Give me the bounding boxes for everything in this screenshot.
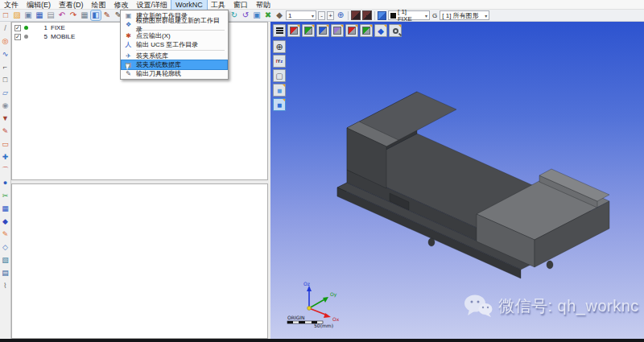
arc-tool-icon[interactable]: ⌒ xyxy=(1,163,10,176)
print-icon[interactable]: ▤ xyxy=(46,10,56,20)
menu-item-point-cloud-output[interactable]: ✱点云输出(X) xyxy=(122,31,227,40)
menu-item-create-workdir-from-layers[interactable]: ❖根据图层群组建立新的工作目录 xyxy=(122,20,227,29)
scale-label: 50(mm) xyxy=(314,323,333,328)
menu-settings-detail[interactable]: 设置/详细 xyxy=(133,0,172,10)
menu-edit[interactable]: 编辑(E) xyxy=(23,0,55,10)
snapshot-icon[interactable]: ▣ xyxy=(252,10,262,20)
plane-tool-icon[interactable]: ▱ xyxy=(1,86,10,99)
origin-axis-triad: Oz Oy Ox ORIGIN 50(mm) xyxy=(282,278,362,329)
toolbar-separator xyxy=(374,11,375,20)
zoom-plus-button[interactable]: + xyxy=(327,11,334,20)
polyline-tool-icon[interactable]: ⌐ xyxy=(1,60,10,73)
move-tool-icon[interactable]: ✚ xyxy=(1,150,10,163)
ucs-icon: 人 xyxy=(123,40,134,49)
axis-z-label: Oz xyxy=(303,281,310,286)
wrench-tool-icon[interactable]: ⌇ xyxy=(1,279,10,292)
solid-cube-icon[interactable] xyxy=(378,11,386,20)
view-number-combo[interactable]: 1▾ xyxy=(286,10,316,20)
status-dot xyxy=(24,35,28,39)
rectangle-tool-icon[interactable]: □ xyxy=(1,73,10,86)
grid-icon[interactable]: ▦ xyxy=(80,10,89,20)
sphere-tool-icon[interactable]: ● xyxy=(1,176,10,189)
brush-tool-icon[interactable]: ✎ xyxy=(1,125,10,138)
combo-arrow-icon: ▾ xyxy=(423,13,427,19)
zoom-minus-button[interactable]: - xyxy=(318,11,325,20)
trim-tool-icon[interactable]: ✂ xyxy=(1,189,10,202)
clamp-library-icon: ✈ xyxy=(123,52,134,60)
tree-row-count: 1 xyxy=(39,24,47,31)
visibility-checkbox[interactable]: ✓ xyxy=(14,25,21,31)
pen-tool-icon[interactable]: ✎ xyxy=(1,228,10,241)
stamp-tool-icon[interactable]: ▼ xyxy=(1,112,10,125)
g-label: G xyxy=(432,12,437,19)
menu-item-output-tool-contour[interactable]: ✎输出刀具轮廓线 xyxy=(122,69,227,78)
viewport-3d[interactable]: ◆ ⊕IYz▢■■ xyxy=(270,22,644,339)
drawing-tool-strip: /◎∿⌐□▱◉▼✎▭✚⌒●✂▦◆✎◇▧▤⌇ xyxy=(0,22,11,339)
menu-item-clamp-system-database[interactable]: ▤装夹系统数据库 xyxy=(122,60,227,69)
axis-x-label: Ox xyxy=(332,316,340,322)
menu-help[interactable]: 帮助 xyxy=(252,0,275,10)
cube-tool-icon[interactable]: ▧ xyxy=(1,253,10,266)
database-tool-icon[interactable]: ▤ xyxy=(1,266,10,279)
save-image-icon[interactable]: ▣ xyxy=(23,10,33,20)
line-tool-icon[interactable]: / xyxy=(1,22,10,35)
surface-tool-icon[interactable]: ◉ xyxy=(1,99,10,112)
texture-view-icon[interactable] xyxy=(351,10,361,20)
redo-icon[interactable]: ↷ xyxy=(68,10,78,20)
wechat-icon xyxy=(464,294,493,318)
tool-contour-icon: ✎ xyxy=(123,70,134,77)
axis-y-label: Oy xyxy=(330,291,337,298)
window-layout-icon[interactable]: ◧ xyxy=(91,10,101,20)
texture-edit-icon[interactable] xyxy=(362,10,372,20)
diamond-tool-icon[interactable]: ◆ xyxy=(1,215,10,228)
worknc-application-window: 文件编辑(E)查看(D)绘图修改设置/详细WorkNC工具窗口帮助 □▨▣▦▤↶… xyxy=(0,0,644,342)
layer-group-icon: ❖ xyxy=(123,21,134,28)
point-cloud-icon: ✱ xyxy=(123,32,134,39)
grid-snap-tool-icon[interactable]: ▦ xyxy=(1,202,10,215)
menu-tools[interactable]: 工具 xyxy=(207,0,229,10)
menu-item-clamp-system-library[interactable]: ✈装夹系统库 xyxy=(122,52,227,60)
open-folder-icon[interactable]: ▨ xyxy=(12,10,22,20)
observer-icon[interactable]: ◆ xyxy=(275,10,284,20)
save-icon[interactable]: ▦ xyxy=(35,10,44,20)
new-workdir-icon: ▣ xyxy=(123,12,134,19)
menu-item-label: 输出刀具轮廓线 xyxy=(136,69,181,78)
bottom-black-bar xyxy=(0,339,644,342)
fixe-entity-combo[interactable]: [ 1] FIXE▾ xyxy=(388,10,430,20)
menu-view[interactable]: 查看(D) xyxy=(55,0,88,10)
menu-worknc[interactable]: WorkNC xyxy=(171,0,207,10)
delete-mesh-icon[interactable]: ✖ xyxy=(263,10,273,20)
menu-window[interactable]: 窗口 xyxy=(229,0,252,10)
black-swatch-icon xyxy=(390,13,396,19)
combo-arrow-icon: ▾ xyxy=(309,13,314,19)
circle-tool-icon[interactable]: ◎ xyxy=(1,35,10,47)
fixe-combo-value: [ 1] FIXE xyxy=(398,8,423,23)
menu-item-output-ucs[interactable]: 人输出 UCS 至工作目录 xyxy=(122,40,227,49)
menu-item-label: 点云输出(X) xyxy=(136,31,171,40)
menu-draw[interactable]: 绘图 xyxy=(88,0,110,10)
watermark-text: 微信号: qh_worknc xyxy=(498,295,639,317)
orbit-cw-icon[interactable]: ↻ xyxy=(229,10,239,20)
worknc-dropdown-menu: ▣建立新的工作目录❖根据图层群组建立新的工作目录✱点云输出(X)人输出 UCS … xyxy=(120,10,229,80)
drop-tool-icon[interactable]: ◇ xyxy=(1,241,10,253)
eraser-tool-icon[interactable]: ▭ xyxy=(1,138,10,150)
visibility-checkbox[interactable]: ✓ xyxy=(14,34,21,40)
new-document-icon[interactable]: □ xyxy=(1,10,10,20)
lower-list-panel[interactable] xyxy=(11,183,268,339)
view-number-value: 1 xyxy=(288,12,291,19)
spline-tool-icon[interactable]: ∿ xyxy=(1,47,10,60)
tree-row-name: MOBILE xyxy=(51,33,75,40)
paint-icon[interactable]: ✎ xyxy=(102,10,112,20)
menu-file[interactable]: 文件 xyxy=(0,0,23,10)
toolbar-separator xyxy=(348,11,349,20)
origin-label: ORIGIN xyxy=(287,315,305,320)
watermark: 微信号: qh_worknc xyxy=(464,294,639,318)
graphics-filter-combo[interactable]: [ 1] 所有图形▾ xyxy=(440,10,489,20)
menu-modify[interactable]: 修改 xyxy=(110,0,133,10)
main-toolbar: □▨▣▦▤↶↷▦◧✎✎↻↺▣✖◆1▾-+⊕[ 1] FIXE▾G[ 1] 所有图… xyxy=(0,10,644,22)
orbit-ccw-icon[interactable]: ↺ xyxy=(241,10,250,20)
graphics-combo-value: [ 1] 所有图形 xyxy=(442,11,478,20)
combo-arrow-icon: ▾ xyxy=(482,13,487,19)
undo-icon[interactable]: ↶ xyxy=(57,10,67,20)
globe-orbit-icon[interactable]: ⊕ xyxy=(336,10,345,20)
